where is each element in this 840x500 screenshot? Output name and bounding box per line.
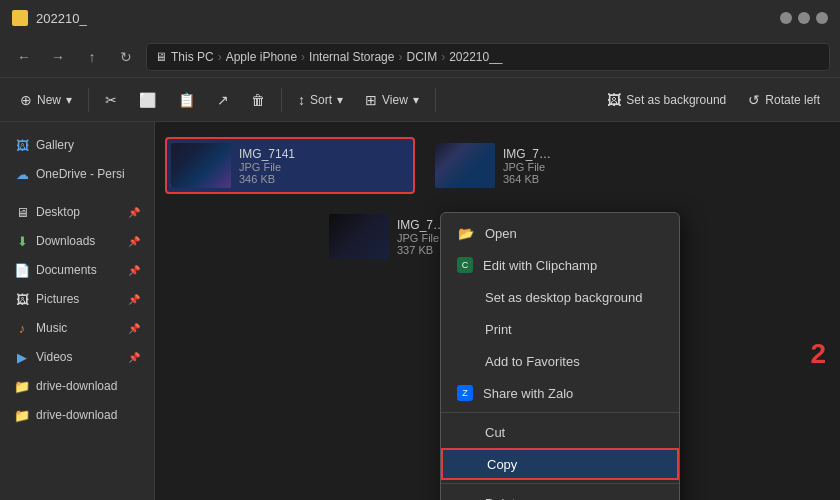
- sidebar-item-desktop[interactable]: 🖥 Desktop 📌: [4, 198, 150, 226]
- context-menu: 📂 Open C Edit with Clipchamp Set as desk…: [440, 212, 680, 500]
- ctx-print-label: Print: [485, 322, 512, 337]
- new-button[interactable]: ⊕ New ▾: [10, 84, 82, 116]
- toolbar-separator-1: [88, 88, 89, 112]
- sidebar-item-videos[interactable]: ▶ Videos 📌: [4, 343, 150, 371]
- gallery-icon: 🖼: [14, 137, 30, 153]
- toolbar: ⊕ New ▾ ✂ ⬜ 📋 ↗ 🗑 ↕ Sort ▾ ⊞ View ▾ 🖼 Se…: [0, 78, 840, 122]
- sidebar-item-music[interactable]: ♪ Music 📌: [4, 314, 150, 342]
- share-button[interactable]: ↗: [207, 84, 239, 116]
- copy-ctx-icon: [459, 455, 477, 473]
- print-icon: [457, 320, 475, 338]
- ctx-share-zalo[interactable]: Z Share with Zalo: [441, 377, 679, 409]
- red-label-2: 2: [810, 338, 826, 370]
- onedrive-icon: ☁: [14, 166, 30, 182]
- sidebar-label-music: Music: [36, 321, 67, 335]
- file-name-1: IMG_7141: [239, 147, 409, 161]
- pin-desktop-icon: 📌: [128, 207, 140, 218]
- breadcrumb[interactable]: 🖥 This PC › Apple iPhone › Internal Stor…: [146, 43, 830, 71]
- sidebar-label-videos: Videos: [36, 350, 72, 364]
- desktop-icon: 🖥: [14, 204, 30, 220]
- delete-ctx-icon: [457, 494, 475, 500]
- file-item-img7141[interactable]: IMG_7141 JPG File 346 KB: [165, 137, 415, 194]
- ctx-zalo-label: Share with Zalo: [483, 386, 573, 401]
- close-button[interactable]: [816, 12, 828, 24]
- sidebar-label-pictures: Pictures: [36, 292, 79, 306]
- sidebar-label-desktop: Desktop: [36, 205, 80, 219]
- file-info-1: IMG_7141 JPG File 346 KB: [239, 147, 409, 185]
- forward-button[interactable]: →: [44, 43, 72, 71]
- sidebar-label-downloads: Downloads: [36, 234, 95, 248]
- copy-button[interactable]: ⬜: [129, 84, 166, 116]
- thumb-image-2: [435, 143, 495, 188]
- folder-drive-icon-2: 📁: [14, 407, 30, 423]
- ctx-edit-clipchamp[interactable]: C Edit with Clipchamp: [441, 249, 679, 281]
- file-thumb-1: [171, 143, 231, 188]
- downloads-icon: ⬇: [14, 233, 30, 249]
- paste-icon: 📋: [178, 92, 195, 108]
- rotate-left-button[interactable]: ↺ Rotate left: [738, 84, 830, 116]
- paste-button[interactable]: 📋: [168, 84, 205, 116]
- ctx-print[interactable]: Print: [441, 313, 679, 345]
- ctx-cut[interactable]: Cut: [441, 416, 679, 448]
- nav-bar: ← → ↑ ↻ 🖥 This PC › Apple iPhone › Inter…: [0, 36, 840, 78]
- sidebar-item-drive-download-2[interactable]: 📁 drive-download: [4, 401, 150, 429]
- folder-icon: [12, 10, 28, 26]
- ctx-delete[interactable]: Delete: [441, 487, 679, 500]
- sidebar-item-documents[interactable]: 📄 Documents 📌: [4, 256, 150, 284]
- toolbar-separator-2: [281, 88, 282, 112]
- sort-icon: ↕: [298, 92, 305, 108]
- file-item-img7143[interactable]: IMG_7143 JPG File 337 KB: [325, 210, 455, 263]
- music-icon: ♪: [14, 320, 30, 336]
- sidebar-label-gallery: Gallery: [36, 138, 74, 152]
- sidebar-item-pictures[interactable]: 🖼 Pictures 📌: [4, 285, 150, 313]
- desktop-bg-icon: [457, 288, 475, 306]
- minimize-button[interactable]: [780, 12, 792, 24]
- file-type-2: JPG File: [503, 161, 557, 173]
- clipchamp-icon: C: [457, 257, 473, 273]
- ctx-separator-1: [441, 412, 679, 413]
- zalo-icon: Z: [457, 385, 473, 401]
- file-size-1: 346 KB: [239, 173, 409, 185]
- ctx-add-favorites[interactable]: Add to Favorites: [441, 345, 679, 377]
- back-button[interactable]: ←: [10, 43, 38, 71]
- up-button[interactable]: ↑: [78, 43, 106, 71]
- sort-button[interactable]: ↕ Sort ▾: [288, 84, 353, 116]
- bc-device-icon: 🖥: [155, 50, 167, 64]
- ctx-open[interactable]: 📂 Open: [441, 217, 679, 249]
- toolbar-separator-3: [435, 88, 436, 112]
- sidebar-item-downloads[interactable]: ⬇ Downloads 📌: [4, 227, 150, 255]
- bc-apple-iphone: Apple iPhone: [226, 50, 297, 64]
- cut-button[interactable]: ✂: [95, 84, 127, 116]
- bc-internal-storage: Internal Storage: [309, 50, 394, 64]
- folder-drive-icon-1: 📁: [14, 378, 30, 394]
- file-item-img7142[interactable]: IMG_7142 JPG File 364 KB: [431, 137, 561, 194]
- pin-music-icon: 📌: [128, 323, 140, 334]
- ctx-separator-2: [441, 483, 679, 484]
- pin-documents-icon: 📌: [128, 265, 140, 276]
- delete-button[interactable]: 🗑: [241, 84, 275, 116]
- share-icon: ↗: [217, 92, 229, 108]
- pin-pictures-icon: 📌: [128, 294, 140, 305]
- sidebar-item-onedrive[interactable]: ☁ OneDrive - Persi: [4, 160, 150, 188]
- sidebar-item-gallery[interactable]: 🖼 Gallery: [4, 131, 150, 159]
- ctx-favorites-label: Add to Favorites: [485, 354, 580, 369]
- maximize-button[interactable]: [798, 12, 810, 24]
- bc-dcim: DCIM: [406, 50, 437, 64]
- title-text: 202210_: [36, 11, 772, 26]
- sidebar-label-documents: Documents: [36, 263, 97, 277]
- sidebar: 🖼 Gallery ☁ OneDrive - Persi 🖥 Desktop 📌…: [0, 122, 155, 500]
- set-background-button[interactable]: 🖼 Set as background: [597, 84, 736, 116]
- ctx-copy[interactable]: Copy: [441, 448, 679, 480]
- sidebar-item-drive-download-1[interactable]: 📁 drive-download: [4, 372, 150, 400]
- file-size-2: 364 KB: [503, 173, 557, 185]
- file-type-1: JPG File: [239, 161, 409, 173]
- ctx-set-desktop-bg[interactable]: Set as desktop background: [441, 281, 679, 313]
- view-button[interactable]: ⊞ View ▾: [355, 84, 429, 116]
- thumb-image-3: [329, 214, 389, 259]
- view-icon: ⊞: [365, 92, 377, 108]
- refresh-button[interactable]: ↻: [112, 43, 140, 71]
- sidebar-label-drive-2: drive-download: [36, 408, 117, 422]
- sidebar-label-onedrive: OneDrive - Persi: [36, 167, 125, 181]
- title-bar: 202210_: [0, 0, 840, 36]
- ctx-open-label: Open: [485, 226, 517, 241]
